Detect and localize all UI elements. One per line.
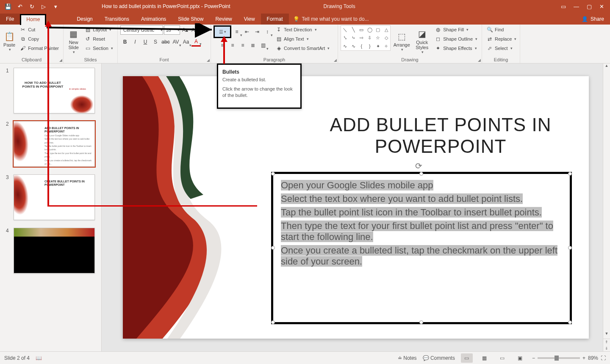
slide-title[interactable]: ADD BULLET POINTS IN POWERPOINT bbox=[318, 114, 563, 157]
slide-thumbnail-2[interactable]: ADD BULLET POINTS IN POWERPOINTOpen your… bbox=[14, 121, 95, 167]
tab-animations[interactable]: Animations bbox=[135, 14, 172, 25]
next-slide-icon[interactable]: ⇓ bbox=[605, 346, 608, 350]
scroll-down-icon[interactable]: ▼ bbox=[603, 331, 610, 339]
text-line[interactable]: Tap the bullet point list icon in the To… bbox=[281, 207, 542, 218]
columns-button[interactable]: ▥▾ bbox=[258, 41, 268, 50]
section-button[interactable]: ▭Section▾ bbox=[83, 44, 115, 52]
prev-slide-icon[interactable]: ⇑ bbox=[605, 340, 608, 344]
slide-thumbnail-4[interactable] bbox=[14, 228, 95, 273]
share-button[interactable]: 👤 Share bbox=[576, 14, 610, 25]
new-slide-button[interactable]: ▦ New Slide▾ bbox=[66, 25, 81, 56]
tab-design[interactable]: Design bbox=[71, 14, 98, 25]
align-right-button[interactable]: ≡ bbox=[238, 41, 247, 50]
redo-icon[interactable]: ↻ bbox=[28, 3, 36, 10]
font-color-button[interactable]: A▾ bbox=[191, 37, 201, 47]
notes-button[interactable]: ≐ Notes bbox=[398, 355, 417, 361]
clear-formatting-button[interactable]: A⊘ bbox=[200, 25, 208, 35]
spellcheck-icon[interactable]: 📖 bbox=[36, 355, 42, 361]
reading-view-button[interactable]: ▭ bbox=[496, 353, 508, 363]
strikethrough-button[interactable]: abc bbox=[161, 37, 170, 47]
textbox-content[interactable]: Open your Google Slides mobile app Selec… bbox=[273, 174, 570, 276]
shapes-gallery[interactable]: ＼╲▭◯▢△ ⤥⤷⇨⇩☆◇ ∿∿{}✦✧ bbox=[341, 25, 391, 51]
numbering-button[interactable]: ≡▾ bbox=[232, 27, 241, 36]
zoom-out-button[interactable]: − bbox=[532, 355, 535, 361]
scroll-up-icon[interactable]: ▲ bbox=[603, 63, 610, 71]
change-case-button[interactable]: Aa▾ bbox=[181, 37, 191, 47]
increase-indent-button[interactable]: ⇥ bbox=[252, 27, 262, 36]
dialog-launcher-icon[interactable]: ◢ bbox=[478, 58, 481, 62]
shrink-font-button[interactable]: A▾ bbox=[190, 25, 199, 35]
text-line[interactable]: Then type the text for your first bullet… bbox=[281, 221, 553, 242]
paste-button[interactable]: 📋 Paste▾ bbox=[3, 25, 16, 56]
slide-counter[interactable]: Slide 2 of 4 bbox=[4, 355, 30, 361]
start-from-beginning-icon[interactable]: ▷ bbox=[40, 3, 47, 10]
align-left-button[interactable]: ≡ bbox=[218, 41, 227, 50]
align-text-button[interactable]: ▤Align Text▾ bbox=[274, 35, 311, 43]
cut-button[interactable]: ✂Cut bbox=[18, 25, 37, 34]
tab-review[interactable]: Review bbox=[209, 14, 238, 25]
justify-button[interactable]: ≣ bbox=[248, 41, 258, 50]
slide-editor[interactable]: ADD BULLET POINTS IN POWERPOINT ⟳ Open y… bbox=[102, 63, 610, 351]
grow-font-button[interactable]: A▴ bbox=[181, 25, 189, 35]
rotate-handle-icon[interactable]: ⟳ bbox=[415, 161, 422, 171]
replace-button[interactable]: ⇄Replace▾ bbox=[485, 35, 518, 43]
shape-fill-button[interactable]: ◍Shape Fill▾ bbox=[433, 25, 470, 34]
shape-outline-button[interactable]: ◻Shape Outline▾ bbox=[433, 35, 479, 43]
reset-button[interactable]: ↺Reset bbox=[83, 35, 107, 43]
close-icon[interactable]: ✕ bbox=[599, 3, 604, 10]
text-direction-button[interactable]: ↧Text Direction▾ bbox=[274, 25, 319, 34]
slide-thumbnail-3[interactable]: CREATE BULLET POINTS IN POWERPOINT bbox=[14, 174, 95, 220]
sorter-view-button[interactable]: ▦ bbox=[479, 353, 491, 363]
tab-transitions[interactable]: Transitions bbox=[99, 14, 135, 25]
normal-view-button[interactable]: ▭ bbox=[461, 353, 473, 363]
arrange-button[interactable]: ⬚Arrange▾ bbox=[392, 25, 411, 56]
dialog-launcher-icon[interactable]: ◢ bbox=[334, 58, 337, 62]
text-line[interactable]: Once you create a bulleted list, tap the… bbox=[281, 245, 557, 267]
line-spacing-button[interactable]: ↕▾ bbox=[263, 27, 272, 36]
text-line[interactable]: Select the text box where you want to ad… bbox=[281, 193, 523, 204]
zoom-slider[interactable] bbox=[538, 357, 580, 359]
underline-button[interactable]: U bbox=[141, 37, 150, 47]
layout-button[interactable]: ▤Layout▾ bbox=[83, 25, 113, 34]
format-painter-button[interactable]: 🖌Format Painter bbox=[18, 44, 61, 52]
shape-effects-button[interactable]: ✦Shape Effects▾ bbox=[433, 44, 478, 52]
minimize-icon[interactable]: — bbox=[574, 3, 579, 10]
content-textbox[interactable]: Open your Google Slides mobile app Selec… bbox=[271, 172, 572, 324]
tab-file[interactable]: File bbox=[0, 14, 20, 25]
find-button[interactable]: 🔍Find bbox=[485, 25, 505, 34]
fit-to-window-button[interactable]: ⛶ bbox=[601, 355, 606, 361]
scroll-track[interactable] bbox=[603, 71, 610, 331]
dialog-launcher-icon[interactable]: ◢ bbox=[207, 58, 210, 62]
select-button[interactable]: ⬀Select▾ bbox=[485, 44, 514, 52]
decrease-indent-button[interactable]: ⇤ bbox=[242, 27, 252, 36]
shadow-button[interactable]: S bbox=[151, 37, 160, 47]
text-line[interactable]: Open your Google Slides mobile app bbox=[281, 180, 433, 190]
save-icon[interactable]: 💾 bbox=[4, 3, 12, 10]
qat-more-icon[interactable]: ▾ bbox=[52, 3, 59, 10]
font-size-combo[interactable]: 18▾ bbox=[164, 25, 180, 35]
ribbon-display-options-icon[interactable]: ▭ bbox=[561, 3, 566, 10]
zoom-level[interactable]: 89% bbox=[588, 355, 598, 361]
char-spacing-button[interactable]: AV▾ bbox=[171, 37, 180, 47]
tab-home[interactable]: Home bbox=[20, 14, 46, 25]
bold-button[interactable]: B bbox=[120, 37, 130, 47]
convert-smartart-button[interactable]: ◈Convert to SmartArt▾ bbox=[274, 44, 331, 52]
quick-styles-button[interactable]: ◪Quick Styles▾ bbox=[413, 25, 431, 56]
slideshow-view-button[interactable]: ▣ bbox=[514, 353, 526, 363]
copy-button[interactable]: ⧉Copy bbox=[18, 35, 41, 43]
slide-thumbnails-panel[interactable]: 1 HOW TO ADD BULLET POINTS IN POWERPOINT… bbox=[0, 63, 102, 351]
tab-format[interactable]: Format bbox=[261, 14, 289, 25]
font-name-combo[interactable]: Century Gothic▾ bbox=[120, 25, 163, 35]
slide-thumbnail-1[interactable]: HOW TO ADD BULLET POINTS IN POWERPOINT ●… bbox=[14, 68, 95, 113]
dialog-launcher-icon[interactable]: ◢ bbox=[59, 58, 62, 62]
vertical-scrollbar[interactable]: ▲ ▼ ⇑ ⇓ bbox=[603, 63, 610, 351]
slide-canvas[interactable]: ADD BULLET POINTS IN POWERPOINT ⟳ Open y… bbox=[123, 76, 589, 339]
tab-view[interactable]: View bbox=[238, 14, 261, 25]
tab-slideshow[interactable]: Slide Show bbox=[172, 14, 209, 25]
align-center-button[interactable]: ≡ bbox=[228, 41, 237, 50]
undo-icon[interactable]: ↶ bbox=[16, 3, 24, 10]
tell-me-search[interactable]: 💡 Tell me what you want to do... bbox=[289, 14, 373, 25]
zoom-in-button[interactable]: + bbox=[582, 355, 585, 361]
comments-button[interactable]: 💬 Comments bbox=[423, 355, 455, 361]
maximize-icon[interactable]: ▢ bbox=[587, 3, 592, 10]
